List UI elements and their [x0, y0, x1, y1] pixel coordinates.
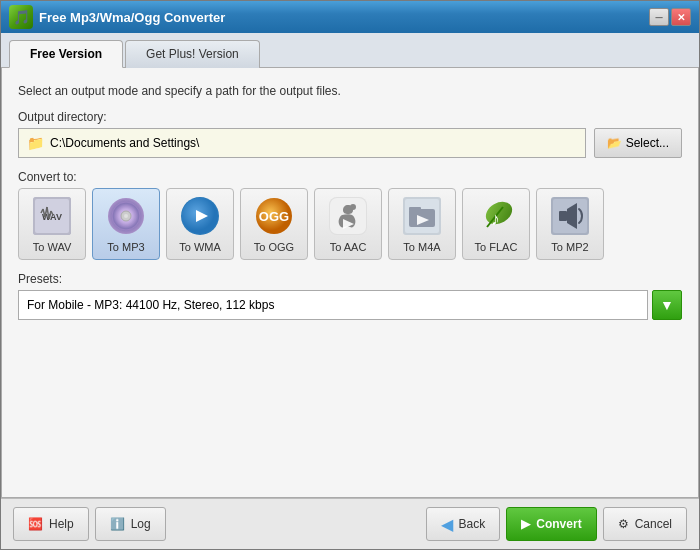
close-button[interactable]: ✕ — [671, 8, 691, 26]
content-area: Select an output mode and specify a path… — [1, 68, 699, 498]
cancel-button[interactable]: ⚙ Cancel — [603, 507, 687, 541]
presets-section: Presets: For Mobile - MP3: 44100 Hz, Ste… — [18, 272, 682, 320]
aac-label: To AAC — [330, 241, 367, 253]
m4a-label: To M4A — [403, 241, 440, 253]
format-button-mp2[interactable]: To MP2 — [536, 188, 604, 260]
help-button[interactable]: 🆘 Help — [13, 507, 89, 541]
format-button-wma[interactable]: To WMA — [166, 188, 234, 260]
tab-bar: Free Version Get Plus! Version — [1, 33, 699, 68]
tab-free-version[interactable]: Free Version — [9, 40, 123, 68]
bottom-bar: 🆘 Help ℹ️ Log ◀ Back ▶ Convert ⚙ Cancel — [1, 498, 699, 549]
log-button[interactable]: ℹ️ Log — [95, 507, 166, 541]
convert-button[interactable]: ▶ Convert — [506, 507, 596, 541]
select-btn-label: Select... — [626, 136, 669, 150]
back-label: Back — [459, 517, 486, 531]
directory-input[interactable]: 📁 C:\Documents and Settings\ — [18, 128, 586, 158]
svg-text:♪: ♪ — [491, 209, 500, 229]
format-button-mp3[interactable]: To MP3 — [92, 188, 160, 260]
flac-icon: ♪ — [475, 195, 517, 237]
presets-value: For Mobile - MP3: 44100 Hz, Stereo, 112 … — [27, 298, 274, 312]
convert-to-section: Convert to: WAV — [18, 170, 682, 260]
select-directory-button[interactable]: 📂 Select... — [594, 128, 682, 158]
back-button[interactable]: ◀ Back — [426, 507, 501, 541]
wma-label: To WMA — [179, 241, 221, 253]
mp2-label: To MP2 — [551, 241, 588, 253]
log-label: Log — [131, 517, 151, 531]
convert-to-label: Convert to: — [18, 170, 682, 184]
svg-rect-26 — [409, 207, 421, 211]
svg-point-21 — [350, 204, 356, 210]
mp2-icon — [549, 195, 591, 237]
svg-text:OGG: OGG — [259, 209, 289, 224]
presets-label: Presets: — [18, 272, 682, 286]
ogg-icon: OGG — [253, 195, 295, 237]
dropdown-arrow-icon: ▼ — [660, 297, 674, 313]
convert-arrow-icon: ▶ — [521, 517, 530, 531]
instruction-text: Select an output mode and specify a path… — [18, 84, 682, 98]
aac-icon — [327, 195, 369, 237]
help-label: Help — [49, 517, 74, 531]
tab-plus-version[interactable]: Get Plus! Version — [125, 40, 260, 68]
folder-icon: 📁 — [27, 135, 44, 151]
format-button-aac[interactable]: To AAC — [314, 188, 382, 260]
minimize-button[interactable]: ─ — [649, 8, 669, 26]
wma-icon — [179, 195, 221, 237]
main-window: 🎵 Free Mp3/Wma/Ogg Converter ─ ✕ Free Ve… — [0, 0, 700, 550]
format-button-flac[interactable]: ♪ To FLAC — [462, 188, 530, 260]
wav-icon: WAV — [31, 195, 73, 237]
convert-label: Convert — [536, 517, 581, 531]
format-button-wav[interactable]: WAV To WAV — [18, 188, 86, 260]
help-icon: 🆘 — [28, 517, 43, 531]
directory-value: C:\Documents and Settings\ — [50, 136, 199, 150]
wav-label: To WAV — [33, 241, 72, 253]
presets-dropdown-button[interactable]: ▼ — [652, 290, 682, 320]
format-buttons-row: WAV To WAV — [18, 188, 682, 260]
cancel-icon: ⚙ — [618, 517, 629, 531]
cancel-label: Cancel — [635, 517, 672, 531]
m4a-icon — [401, 195, 443, 237]
ogg-label: To OGG — [254, 241, 294, 253]
format-button-ogg[interactable]: OGG To OGG — [240, 188, 308, 260]
folder-open-icon: 📂 — [607, 136, 622, 150]
format-button-m4a[interactable]: To M4A — [388, 188, 456, 260]
svg-point-13 — [124, 214, 128, 218]
window-controls: ─ ✕ — [649, 8, 691, 26]
presets-input[interactable]: For Mobile - MP3: 44100 Hz, Stereo, 112 … — [18, 290, 648, 320]
presets-row: For Mobile - MP3: 44100 Hz, Stereo, 112 … — [18, 290, 682, 320]
output-directory-label: Output directory: — [18, 110, 682, 124]
info-icon: ℹ️ — [110, 517, 125, 531]
flac-label: To FLAC — [475, 241, 518, 253]
directory-row: 📁 C:\Documents and Settings\ 📂 Select... — [18, 128, 682, 158]
app-icon: 🎵 — [9, 5, 33, 29]
svg-rect-33 — [559, 211, 567, 221]
mp3-icon — [105, 195, 147, 237]
back-arrow-icon: ◀ — [441, 515, 453, 534]
mp3-label: To MP3 — [107, 241, 144, 253]
title-bar: 🎵 Free Mp3/Wma/Ogg Converter ─ ✕ — [1, 1, 699, 33]
window-title: Free Mp3/Wma/Ogg Converter — [39, 10, 649, 25]
output-directory-section: Output directory: 📁 C:\Documents and Set… — [18, 110, 682, 158]
